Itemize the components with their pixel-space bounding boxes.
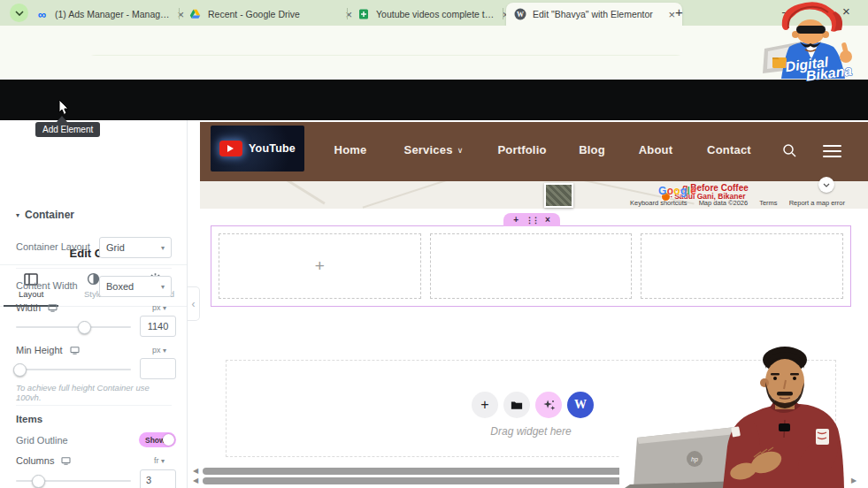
tab-close-icon[interactable]: × xyxy=(668,9,675,20)
google-logo: Google xyxy=(658,185,696,197)
grid-cell-2[interactable] xyxy=(430,233,633,299)
tooltip-arrow xyxy=(57,116,67,122)
scroll-left-icon[interactable]: ◀ xyxy=(193,477,198,484)
full-height-note: To achieve full height Container use 100… xyxy=(16,383,175,402)
min-height-label-row: Min Height xyxy=(16,345,80,355)
section-caret-icon: ▾ xyxy=(16,211,19,219)
chevron-down-icon xyxy=(823,183,830,187)
new-tab-button[interactable]: + xyxy=(675,5,683,19)
lapel-mic xyxy=(779,423,790,431)
tab-title: (1) Ads Manager - Manage ads xyxy=(55,9,171,19)
browser-tab-youtube-topics[interactable]: Youtube videos complete topic × xyxy=(350,3,516,26)
responsive-desktop-icon[interactable] xyxy=(48,304,58,312)
divider xyxy=(16,405,172,406)
nav-blog[interactable]: Blog xyxy=(579,143,605,156)
min-height-slider[interactable] xyxy=(16,369,131,370)
wordpress-widget-button[interactable]: W xyxy=(567,392,594,418)
site-search-icon[interactable] xyxy=(782,143,797,158)
handle-delete-icon[interactable]: × xyxy=(545,215,550,225)
columns-label: Columns xyxy=(16,455,54,466)
unit-caret-icon: ▾ xyxy=(163,347,166,355)
map-collapse-button[interactable] xyxy=(818,177,834,193)
grid-cell-3[interactable] xyxy=(641,233,843,299)
nav-home[interactable]: Home xyxy=(334,143,367,156)
tab-title: Edit "Bhavya" with Elementor xyxy=(533,9,662,19)
meta-icon: ∞ xyxy=(35,8,49,21)
add-widget-button[interactable]: + xyxy=(472,392,498,418)
sparkles-icon xyxy=(542,399,556,412)
content-width-select[interactable]: Boxed ▾ xyxy=(99,276,172,297)
panel-collapse-handle[interactable]: ‹ xyxy=(188,286,200,321)
nav-portfolio[interactable]: Portfolio xyxy=(497,143,546,156)
columns-slider[interactable] xyxy=(16,480,131,482)
columns-input[interactable] xyxy=(140,469,176,488)
nav-services[interactable]: Services ∨ xyxy=(404,143,464,156)
map-terms-link[interactable]: Terms xyxy=(759,199,777,207)
handle-add-icon[interactable]: + xyxy=(513,215,518,225)
mascot-sunglasses xyxy=(796,26,826,34)
collapse-icon: ‹ xyxy=(192,298,196,310)
map-data-copyright: Map data ©2026 xyxy=(699,199,749,207)
scroll-left-icon[interactable]: ◀ xyxy=(193,468,198,475)
items-heading: Items xyxy=(16,414,42,424)
width-slider-thumb[interactable] xyxy=(78,321,91,334)
browser-tab-google-drive[interactable]: Recent - Google Drive × xyxy=(181,3,359,26)
width-unit-select[interactable]: px ▾ xyxy=(152,303,166,312)
chevron-down-icon xyxy=(15,11,24,16)
tab-title: Recent - Google Drive xyxy=(208,9,339,19)
responsive-desktop-icon[interactable] xyxy=(61,457,71,465)
ai-builder-button[interactable] xyxy=(535,392,562,418)
map-attribution: Keyboard shortcuts Map data ©2026 Terms … xyxy=(630,199,845,207)
style-icon xyxy=(87,272,100,286)
unit-label: px xyxy=(152,303,161,312)
min-height-unit-select[interactable]: px ▾ xyxy=(152,346,166,355)
grid-outline-toggle[interactable]: Show xyxy=(139,432,176,447)
hamburger-menu-icon[interactable] xyxy=(823,141,841,161)
grid-cell-1[interactable]: + xyxy=(219,233,421,299)
svg-text:W: W xyxy=(517,11,524,19)
site-logo-youtube[interactable]: YouTube xyxy=(211,126,304,172)
presenter-webcam-cutout: hp xyxy=(619,340,868,488)
grid-container[interactable]: + xyxy=(211,225,851,307)
tab-search-button[interactable] xyxy=(10,4,28,22)
min-height-slider-thumb[interactable] xyxy=(13,363,27,377)
nav-about[interactable]: About xyxy=(639,143,673,156)
browser-tab-elementor-active[interactable]: W Edit "Bhavya" with Elementor × xyxy=(506,3,682,26)
container-layout-label: Container Layout xyxy=(16,241,90,252)
map-keyboard-shortcuts[interactable]: Keyboard shortcuts xyxy=(630,199,687,207)
unit-caret-icon: ▾ xyxy=(163,304,166,312)
toggle-knob xyxy=(163,434,174,446)
width-label-row: Width xyxy=(16,302,58,313)
columns-unit-select[interactable]: fr ▾ xyxy=(154,456,165,465)
tab-title: Youtube videos complete topic xyxy=(376,9,495,19)
width-input[interactable] xyxy=(140,316,176,337)
youtube-play-icon xyxy=(219,141,242,156)
container-layout-select[interactable]: Grid ▾ xyxy=(99,237,172,258)
map-satellite-thumbnail[interactable] xyxy=(544,183,573,208)
min-height-input[interactable] xyxy=(140,358,176,379)
responsive-desktop-icon[interactable] xyxy=(70,347,80,355)
columns-slider-thumb[interactable] xyxy=(32,475,45,488)
nav-contact[interactable]: Contact xyxy=(707,143,751,156)
scroll-right-icon[interactable]: ▶ xyxy=(851,477,856,484)
template-library-button[interactable] xyxy=(503,392,530,418)
container-handle[interactable]: + ⋮⋮ × xyxy=(503,213,560,226)
width-slider[interactable] xyxy=(16,326,131,328)
digital-bikana-watermark: Digital Bikana xyxy=(759,1,867,84)
tab-divider xyxy=(503,8,503,19)
min-height-label: Min Height xyxy=(16,345,63,355)
browser-toolbar: ← → ↻ startupsabha.com/wp-admin/post.php… xyxy=(0,26,868,56)
browser-tab-strip: ∞ (1) Ads Manager - Manage ads × Recent … xyxy=(0,0,868,26)
section-heading: Container xyxy=(25,209,74,221)
add-widget-plus-icon[interactable]: + xyxy=(315,256,325,276)
handle-drag-icon[interactable]: ⋮⋮ xyxy=(526,216,538,225)
select-value: Boxed xyxy=(106,281,134,292)
container-section-header[interactable]: ▾ Container xyxy=(16,209,74,221)
browser-tab-ads-manager[interactable]: ∞ (1) Ads Manager - Manage ads × xyxy=(28,3,191,26)
drag-widget-label: Drag widget here xyxy=(407,425,655,438)
wordpress-icon: W xyxy=(513,8,526,21)
map-report-error-link[interactable]: Report a map error xyxy=(789,199,845,207)
unit-label: px xyxy=(152,346,161,355)
hp-logo: hp xyxy=(691,456,698,463)
unit-caret-icon: ▾ xyxy=(161,457,165,465)
